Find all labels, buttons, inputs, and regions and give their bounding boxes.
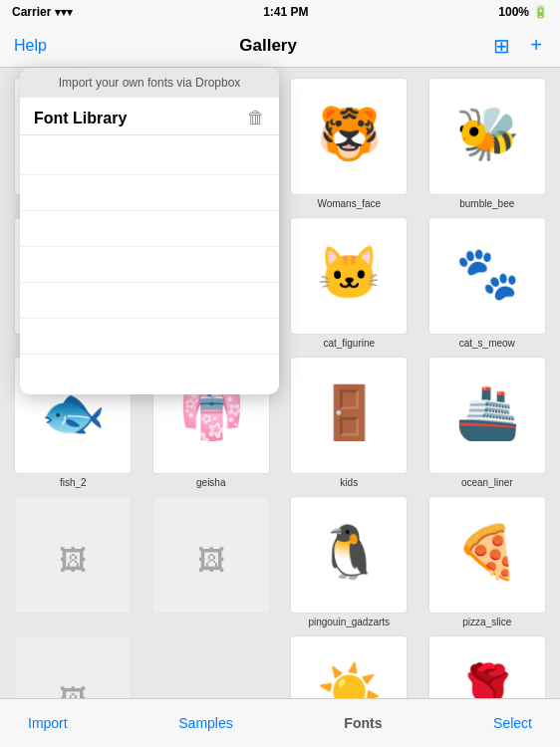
tab-import[interactable]: Import bbox=[24, 707, 72, 739]
tab-bar: Import Samples Fonts Select bbox=[0, 698, 560, 747]
time-label: 1:41 PM bbox=[263, 5, 308, 19]
gallery-label-geisha: geisha bbox=[196, 477, 225, 488]
status-bar: Carrier ▾▾▾ 1:41 PM 100% 🔋 bbox=[0, 0, 560, 24]
svg-text:☀️: ☀️ bbox=[317, 660, 382, 698]
gallery-thumb-row4-2: 🖼 bbox=[152, 496, 270, 614]
popup-list bbox=[20, 135, 279, 394]
gallery-label-cat-figurine: cat_figurine bbox=[323, 338, 375, 349]
svg-text:🖼: 🖼 bbox=[59, 545, 87, 576]
font-list-item-2[interactable] bbox=[20, 175, 279, 211]
add-button[interactable]: + bbox=[526, 32, 546, 59]
gallery-label-kids: kids bbox=[340, 477, 358, 488]
gallery-label-ocean-liner: ocean_liner bbox=[461, 477, 513, 488]
gallery-item-bumble-bee[interactable]: 🐝 bumble_bee bbox=[422, 78, 553, 209]
carrier-label: Carrier bbox=[12, 5, 51, 19]
gallery-label-womans-face: Womans_face bbox=[317, 198, 381, 209]
tab-fonts[interactable]: Fonts bbox=[340, 707, 386, 739]
gallery-label-cat-s-meow: cat_s_meow bbox=[459, 338, 515, 349]
gallery-thumb-row5-partial: 🖼 bbox=[14, 635, 132, 698]
font-list-item-4[interactable] bbox=[20, 247, 279, 283]
gallery-item-row4-2[interactable]: 🖼 bbox=[146, 496, 277, 627]
gallery-icon-button[interactable]: ⊞ bbox=[489, 32, 514, 60]
gallery-label-bumble-bee: bumble_bee bbox=[459, 198, 514, 209]
font-list-item-5[interactable] bbox=[20, 283, 279, 319]
gallery-label-pingouin: pingouin_gadzarts bbox=[308, 617, 390, 627]
svg-text:🚪: 🚪 bbox=[317, 381, 382, 443]
gallery-item-pizza-slice[interactable]: 🍕 pizza_slice bbox=[422, 496, 553, 627]
gallery-thumb-kids: 🚪 bbox=[290, 357, 408, 474]
popup-header: Font Library 🗑 bbox=[20, 98, 279, 135]
font-library-popup: Import your own fonts via Dropbox Font L… bbox=[20, 68, 279, 394]
gallery-item-sole-3[interactable]: ☀️ sole_3 bbox=[284, 635, 415, 698]
popup-import-hint: Import your own fonts via Dropbox bbox=[20, 68, 279, 98]
status-right: 100% 🔋 bbox=[498, 5, 548, 19]
svg-text:🐧: 🐧 bbox=[317, 521, 382, 583]
gallery-thumb-cat-figurine: 🐱 bbox=[290, 217, 408, 335]
font-list-item-6[interactable] bbox=[20, 319, 279, 355]
font-list-item-7[interactable] bbox=[20, 355, 279, 390]
gallery-item-ocean-liner[interactable]: 🚢 ocean_liner bbox=[422, 357, 553, 488]
gallery-thumb-cat-s-meow: 🐾 bbox=[428, 217, 546, 335]
wifi-icon: ▾▾▾ bbox=[55, 6, 73, 19]
gallery-thumb-womans-face: 🐯 bbox=[290, 78, 408, 195]
svg-text:🚢: 🚢 bbox=[454, 381, 519, 443]
svg-text:🖼: 🖼 bbox=[197, 545, 225, 576]
popup-title: Font Library bbox=[34, 110, 127, 127]
gallery-thumb-row4-1: 🖼 bbox=[14, 496, 132, 614]
nav-title: Gallery bbox=[239, 36, 297, 56]
battery-label: 100% bbox=[498, 5, 529, 19]
gallery-item-cat-figurine[interactable]: 🐱 cat_figurine bbox=[284, 217, 415, 349]
nav-bar: Help Gallery ⊞ + bbox=[0, 24, 560, 68]
gallery-item-row5-partial[interactable]: 🖼 bbox=[8, 635, 139, 698]
svg-text:🐱: 🐱 bbox=[317, 242, 382, 304]
gallery-item-kids[interactable]: 🚪 kids bbox=[284, 357, 415, 488]
popup-trash-button[interactable]: 🗑 bbox=[247, 108, 265, 128]
font-list-item-1[interactable] bbox=[20, 139, 279, 175]
gallery-label-pizza-slice: pizza_slice bbox=[462, 617, 511, 627]
gallery-label-fish-2: fish_2 bbox=[60, 477, 87, 488]
gallery-thumb-pizza-slice: 🍕 bbox=[428, 496, 546, 614]
gallery-item-cat-s-meow[interactable]: 🐾 cat_s_meow bbox=[422, 217, 553, 349]
font-list-item-3[interactable] bbox=[20, 211, 279, 247]
gallery-item-red-rose[interactable]: 🌹 tomas_arad_red_rose bbox=[422, 635, 553, 698]
status-left: Carrier ▾▾▾ bbox=[12, 5, 73, 19]
gallery-thumb-pingouin: 🐧 bbox=[290, 496, 408, 614]
tab-samples[interactable]: Samples bbox=[174, 707, 236, 739]
svg-text:🐾: 🐾 bbox=[454, 242, 519, 304]
gallery-thumb-ocean-liner: 🚢 bbox=[428, 357, 546, 474]
gallery-item-row4-1[interactable]: 🖼 bbox=[8, 496, 139, 627]
gallery-item-womans-face[interactable]: 🐯 Womans_face bbox=[284, 78, 415, 209]
gallery-thumb-bumble-bee: 🐝 bbox=[428, 78, 546, 195]
svg-text:🌹: 🌹 bbox=[454, 660, 519, 698]
svg-text:🐝: 🐝 bbox=[454, 103, 519, 164]
help-button[interactable]: Help bbox=[14, 37, 47, 55]
svg-text:🐯: 🐯 bbox=[317, 103, 382, 164]
battery-icon: 🔋 bbox=[533, 5, 548, 19]
gallery-item-pingouin[interactable]: 🐧 pingouin_gadzarts bbox=[284, 496, 415, 627]
nav-right-buttons: ⊞ + bbox=[489, 32, 546, 60]
svg-text:🖼: 🖼 bbox=[59, 684, 87, 698]
gallery-thumb-red-rose: 🌹 bbox=[428, 635, 546, 698]
gallery-thumb-sole-3: ☀️ bbox=[290, 635, 408, 698]
tab-select[interactable]: Select bbox=[489, 707, 536, 739]
svg-text:🍕: 🍕 bbox=[454, 521, 519, 583]
